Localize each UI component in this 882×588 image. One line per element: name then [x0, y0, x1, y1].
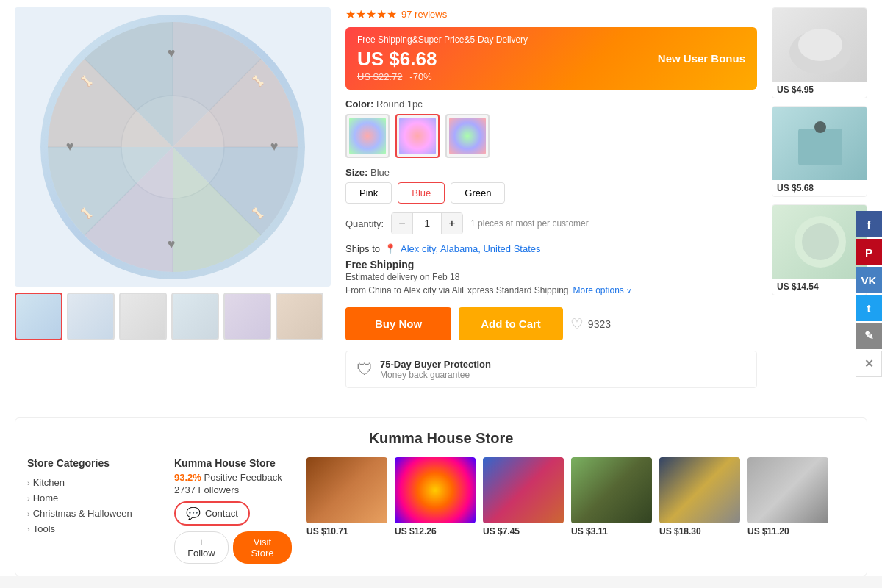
thumbnail-5[interactable] — [276, 293, 323, 340]
social-sidebar: f P VK t ✎ ✕ — [856, 211, 882, 377]
location-pin-icon: 📍 — [384, 243, 396, 254]
location-text[interactable]: Alex city, Alabama, United States — [401, 243, 541, 254]
ships-label: Ships to — [345, 243, 380, 254]
store-product-image-3 — [571, 457, 652, 523]
store-product-image-0 — [306, 457, 387, 523]
store-product-price-1: US $12.26 — [395, 526, 476, 537]
quantity-limit: 1 pieces at most per customer — [470, 218, 589, 229]
sidebar-product-0[interactable]: US $4.95 — [772, 7, 867, 98]
price-discount: -70% — [409, 71, 431, 82]
store-action-buttons: Follow Visit Store — [174, 531, 292, 564]
store-product-image-1 — [395, 457, 476, 523]
color-swatch-2[interactable] — [445, 114, 490, 158]
svg-text:🦴: 🦴 — [251, 75, 265, 87]
store-product-price-5: US $11.20 — [747, 526, 828, 537]
size-options: Pink Blue Green — [345, 182, 757, 204]
quantity-row: Quantity: − 1 + 1 pieces at most per cus… — [345, 212, 757, 234]
quantity-decrease[interactable]: − — [392, 213, 412, 234]
store-feedback: 93.2% Positive Feedback — [174, 472, 292, 483]
svg-text:🦴: 🦴 — [251, 207, 265, 220]
size-label: Size: Blue — [345, 167, 757, 178]
action-buttons: Buy Now Add to Cart ♡ 9323 — [345, 307, 757, 340]
size-blue[interactable]: Blue — [398, 182, 445, 204]
pinterest-button[interactable]: P — [856, 239, 882, 265]
quantity-increase[interactable]: + — [442, 213, 462, 234]
edit-button[interactable]: ✎ — [856, 323, 882, 349]
sidebar-product-price-1: US $5.68 — [772, 180, 867, 196]
svg-text:🦴: 🦴 — [80, 75, 93, 87]
svg-text:♥: ♥ — [168, 46, 176, 60]
close-social-button[interactable]: ✕ — [856, 351, 882, 377]
sidebar-product-image-2 — [772, 205, 867, 279]
size-pink[interactable]: Pink — [345, 182, 392, 204]
product-images: ♥ 🦴 ♥ 🦴 ♥ 🦴 ♥ 🦴 — [15, 7, 331, 388]
chat-icon: 💬 — [186, 506, 201, 520]
quantity-label: Quantity: — [345, 218, 384, 229]
shield-icon: 🛡 — [356, 360, 373, 379]
visit-store-button[interactable]: Visit Store — [233, 531, 292, 564]
store-layout: Store Categories › Kitchen › Home › Chri… — [27, 457, 855, 564]
store-product-5[interactable]: US $11.20 — [747, 457, 828, 564]
store-product-price-3: US $3.11 — [571, 526, 652, 537]
category-home[interactable]: › Home — [27, 490, 159, 506]
color-options — [345, 114, 757, 158]
sidebar-product-1[interactable]: US $5.68 — [772, 106, 867, 197]
color-option-row: Color: Round 1pc — [345, 98, 757, 158]
category-kitchen[interactable]: › Kitchen — [27, 475, 159, 490]
price-main: Free Shipping&Super Price&5-Day Delivery… — [357, 35, 528, 82]
main-image[interactable]: ♥ 🦴 ♥ 🦴 ♥ 🦴 ♥ 🦴 — [15, 7, 331, 287]
protection-title: 75-Day Buyer Protection — [380, 359, 491, 370]
wishlist-button[interactable]: ♡ 9323 — [570, 315, 611, 333]
vk-button[interactable]: VK — [856, 267, 882, 293]
svg-text:♥: ♥ — [270, 139, 279, 154]
star-icons: ★★★★★ — [345, 7, 397, 21]
ships-to-row: Ships to 📍 Alex city, Alabama, United St… — [345, 243, 757, 254]
svg-rect-16 — [798, 129, 842, 165]
size-option-row: Size: Blue Pink Blue Green — [345, 167, 757, 204]
more-options-link[interactable]: More options ∨ — [573, 285, 631, 295]
thumbnail-3[interactable] — [171, 293, 219, 340]
store-product-2[interactable]: US $7.45 — [483, 457, 564, 564]
thumbnail-0[interactable] — [15, 293, 62, 340]
categories-title: Store Categories — [27, 457, 159, 469]
color-swatch-0[interactable] — [345, 114, 390, 158]
color-swatch-1[interactable] — [395, 114, 440, 158]
thumbnail-4[interactable] — [223, 293, 271, 340]
store-title: Kumma House Store — [27, 430, 855, 447]
heart-icon: ♡ — [570, 315, 584, 333]
svg-point-19 — [802, 223, 839, 260]
sidebar-product-2[interactable]: US $14.54 — [772, 204, 867, 295]
thumbnail-1[interactable] — [67, 293, 115, 340]
category-christmas[interactable]: › Christmas & Halloween — [27, 506, 159, 521]
thumbnail-2[interactable] — [119, 293, 167, 340]
category-tools[interactable]: › Tools — [27, 521, 159, 537]
follow-button[interactable]: Follow — [174, 531, 229, 564]
delivery-estimate: Estimated delivery on Feb 18 — [345, 272, 757, 282]
store-name: Kumma House Store — [174, 457, 292, 469]
banner-subtitle: Free Shipping&Super Price&5-Day Delivery — [357, 35, 528, 45]
svg-text:♥: ♥ — [66, 139, 74, 154]
store-product-3[interactable]: US $3.11 — [571, 457, 652, 564]
store-product-1[interactable]: US $12.26 — [395, 457, 476, 564]
right-sidebar: US $4.95 US $5.68 US $14 — [772, 7, 867, 388]
store-product-price-0: US $10.71 — [306, 526, 387, 537]
twitter-button[interactable]: t — [856, 295, 882, 321]
size-green[interactable]: Green — [451, 182, 505, 204]
facebook-button[interactable]: f — [856, 211, 882, 237]
store-categories: Store Categories › Kitchen › Home › Chri… — [27, 457, 159, 564]
store-product-0[interactable]: US $10.71 — [306, 457, 387, 564]
contact-button[interactable]: 💬 Contact — [174, 501, 250, 526]
store-product-price-4: US $18.30 — [659, 526, 740, 537]
product-illustration: ♥ 🦴 ♥ 🦴 ♥ 🦴 ♥ 🦴 — [40, 15, 305, 279]
quantity-value: 1 — [412, 213, 442, 234]
add-to-cart-button[interactable]: Add to Cart — [459, 307, 563, 340]
protection-subtitle: Money back guarantee — [380, 370, 491, 380]
store-product-image-4 — [659, 457, 740, 523]
store-followers: 2737 Followers — [174, 484, 292, 495]
buy-now-button[interactable]: Buy Now — [345, 307, 451, 340]
buyer-protection: 🛡 75-Day Buyer Protection Money back gua… — [345, 351, 757, 388]
sidebar-product-image-0 — [772, 8, 867, 82]
store-info: Kumma House Store 93.2% Positive Feedbac… — [174, 457, 292, 564]
store-products: US $10.71 US $12.26 US $7.45 US $3.11 US… — [306, 457, 855, 564]
store-product-4[interactable]: US $18.30 — [659, 457, 740, 564]
